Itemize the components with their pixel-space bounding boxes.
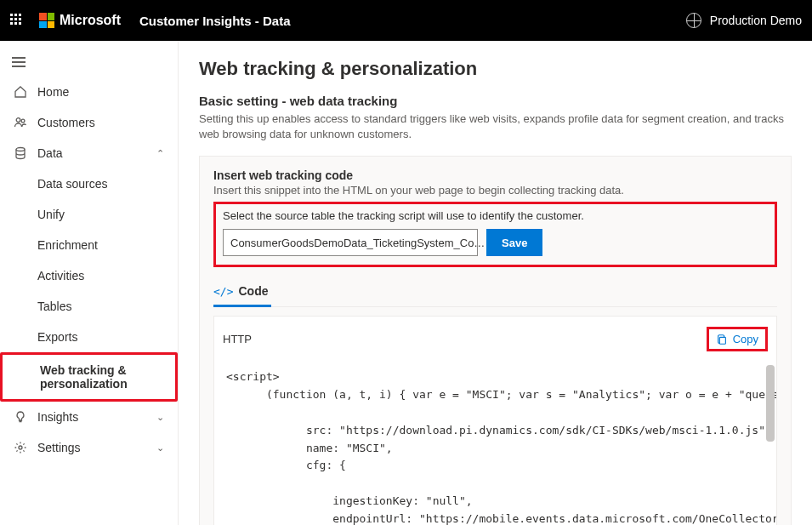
sidebar-item-label: Web tracking & personalization: [40, 363, 162, 391]
copy-button[interactable]: Copy: [716, 333, 758, 345]
sidebar-item-label: Enrichment: [37, 238, 98, 252]
page-title: Web tracking & personalization: [199, 58, 792, 80]
basic-setting-section: Basic setting - web data tracking Settin…: [199, 94, 792, 525]
sidebar-item-exports[interactable]: Exports: [0, 322, 178, 352]
sidebar-item-enrichment[interactable]: Enrichment: [0, 230, 178, 260]
app-launcher-icon[interactable]: [10, 14, 24, 27]
database-icon: [14, 146, 27, 160]
sidebar-item-label: Activities: [37, 269, 84, 282]
sidebar-toggle[interactable]: [0, 48, 178, 77]
sidebar-item-label: Tables: [37, 300, 71, 313]
sidebar-item-label: Home: [37, 85, 69, 99]
sidebar-item-tables[interactable]: Tables: [0, 291, 178, 322]
top-bar: Microsoft Customer Insights - Data Produ…: [0, 0, 812, 41]
chevron-down-icon: ⌄: [156, 442, 164, 454]
sidebar-item-web-tracking[interactable]: Web tracking & personalization: [0, 352, 178, 402]
sidebar-item-activities[interactable]: Activities: [0, 260, 178, 291]
source-table-dropdown[interactable]: ConsumerGoodsDemoData_TicketingSystem_Co…: [223, 229, 478, 256]
tracking-code-card: Insert web tracking code Insert this sni…: [199, 156, 792, 525]
dropdown-value: ConsumerGoodsDemoData_TicketingSystem_Co…: [230, 237, 485, 249]
sidebar: Home Customers Data ⌃ Data sources Unify…: [0, 41, 179, 525]
chevron-down-icon: ⌄: [156, 412, 164, 423]
svg-point-2: [16, 148, 25, 151]
tab-label: Code: [238, 284, 268, 298]
sidebar-item-label: Data: [37, 146, 63, 160]
save-button[interactable]: Save: [486, 229, 542, 256]
microsoft-logo: Microsoft: [39, 13, 121, 28]
sidebar-item-data[interactable]: Data ⌃: [0, 138, 178, 168]
source-table-label: Select the source table the tracking scr…: [223, 209, 768, 222]
svg-point-3: [19, 446, 22, 449]
code-block: HTTP Copy <script> (function (a, t, i) {…: [213, 316, 777, 525]
sidebar-item-data-sources[interactable]: Data sources: [0, 168, 178, 199]
globe-icon[interactable]: [686, 13, 701, 28]
sidebar-item-label: Data sources: [37, 177, 107, 191]
main-content: Web tracking & personalization Basic set…: [179, 41, 812, 525]
sidebar-item-label: Unify: [37, 208, 65, 221]
copy-icon: [716, 334, 728, 345]
copy-label: Copy: [733, 333, 758, 345]
sidebar-item-label: Settings: [37, 441, 81, 454]
microsoft-wordmark: Microsoft: [60, 13, 121, 28]
svg-point-1: [21, 119, 25, 123]
section-title: Basic setting - web data tracking: [199, 94, 792, 108]
home-icon: [14, 85, 27, 99]
tab-code[interactable]: </> Code: [213, 277, 271, 307]
sidebar-item-insights[interactable]: Insights ⌄: [0, 402, 178, 432]
sidebar-item-label: Customers: [37, 116, 95, 129]
svg-rect-4: [719, 337, 725, 344]
sidebar-item-label: Exports: [37, 330, 77, 344]
vertical-scrollbar[interactable]: [766, 363, 775, 525]
code-text: <script> (function (a, t, i) { var e = "…: [226, 368, 764, 525]
sidebar-item-settings[interactable]: Settings ⌄: [0, 432, 178, 463]
code-language-label: HTTP: [223, 333, 252, 345]
code-body[interactable]: <script> (function (a, t, i) { var e = "…: [214, 362, 776, 525]
sidebar-item-unify[interactable]: Unify: [0, 199, 178, 230]
environment-label[interactable]: Production Demo: [710, 14, 802, 27]
card-hint: Insert this snippet into the HTML on you…: [213, 184, 777, 197]
gear-icon: [14, 441, 27, 454]
code-tabs: </> Code: [213, 277, 777, 307]
source-table-row: Select the source table the tracking scr…: [213, 202, 777, 267]
microsoft-squares-icon: [39, 13, 54, 28]
chevron-up-icon: ⌃: [156, 148, 164, 159]
card-title: Insert web tracking code: [213, 168, 777, 182]
sidebar-item-customers[interactable]: Customers: [0, 107, 178, 138]
code-icon: </>: [213, 285, 233, 298]
sidebar-item-home[interactable]: Home: [0, 77, 178, 107]
vertical-scrollbar-thumb[interactable]: [766, 365, 775, 442]
app-title: Customer Insights - Data: [139, 14, 291, 28]
sidebar-item-label: Insights: [37, 410, 78, 424]
lightbulb-icon: [14, 410, 27, 424]
section-description: Setting this up enables access to standa…: [199, 111, 792, 142]
svg-point-0: [16, 118, 20, 123]
people-icon: [14, 116, 27, 129]
